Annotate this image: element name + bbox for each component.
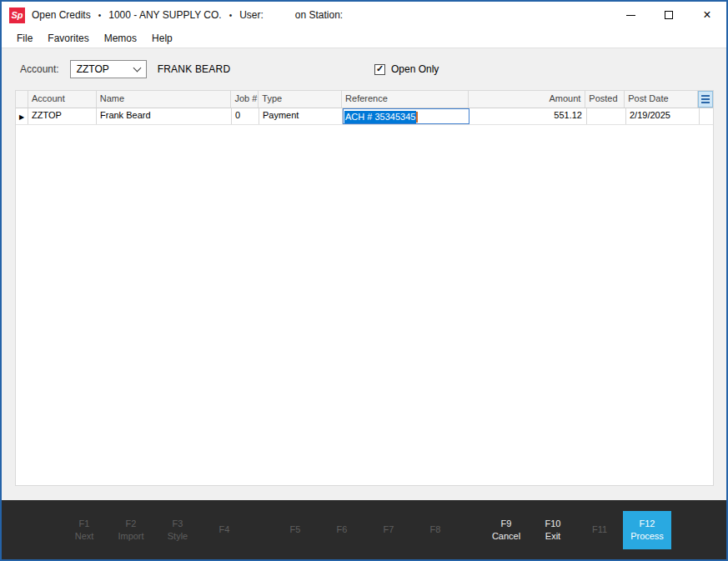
open-only-label: Open Only [391,63,439,75]
checkmark-icon: ✓ [376,64,384,73]
row-marker-icon: ▶ [19,114,24,121]
account-combobox-value: ZZTOP [77,63,134,75]
close-icon: × [703,8,710,22]
grid-menu-button[interactable] [698,91,713,108]
cell-name[interactable]: Frank Beard [97,108,232,124]
chevron-down-icon [133,63,141,72]
cell-type[interactable]: Payment [259,108,343,124]
maximize-icon [665,11,673,19]
title-bar: Sp Open Credits•1000 - ANY SUPPLY CO.•Us… [2,2,726,28]
grid-header-posted[interactable]: Posted [585,91,625,108]
fkey-f5: F5 [272,523,319,536]
cell-account[interactable]: ZZTOP [28,108,97,124]
title-user-label: User: [239,9,264,21]
window-title: Open Credits•1000 - ANY SUPPLY CO.•User:… [32,9,343,21]
row-selector-cell: ▶ [16,108,28,124]
text-caret [416,112,418,123]
fkey-f7: F7 [365,523,412,536]
grid-header-name[interactable]: Name [97,91,232,108]
grid-header-reference[interactable]: Reference [342,91,469,108]
title-separator-icon: • [98,11,102,20]
cell-job-number[interactable]: 0 [232,108,259,124]
menu-item-help[interactable]: Help [144,33,180,44]
minimize-icon [626,15,635,16]
menu-item-memos[interactable]: Memos [97,33,144,44]
cell-post-date[interactable]: 2/19/2025 [626,108,700,124]
grid-header-row: Account Name Job # Type Reference Amount… [16,91,713,108]
cell-posted[interactable] [587,108,626,124]
function-key-bar: F1Next F2Import F3Style F4 F5 F6 F7 F8 F… [2,500,726,559]
fkey-f10-exit-button[interactable]: F10Exit [530,518,576,543]
table-row[interactable]: ▶ ZZTOP Frank Beard 0 Payment ACH # 3534… [16,108,713,125]
close-button[interactable]: × [688,2,726,28]
fkey-f9-cancel-button[interactable]: F9Cancel [483,518,530,543]
fkey-f8: F8 [412,523,459,536]
account-name: FRANK BEARD [158,63,231,75]
app-logo-icon: Sp [9,8,25,23]
menu-item-favorites[interactable]: Favorites [40,33,96,44]
checkbox-icon: ✓ [374,64,385,75]
client-area: Account: ZZTOP FRANK BEARD ✓ Open Only A… [2,48,726,500]
menu-bar: File Favorites Memos Help [2,28,726,48]
title-company: 1000 - ANY SUPPLY CO. [108,9,221,21]
cell-reference-edit-field[interactable]: ACH # 35345345 [343,108,469,124]
fkey-f6: F6 [319,523,365,536]
fkey-f11: F11 [576,523,623,536]
account-combobox[interactable]: ZZTOP [70,60,147,78]
grid-header-account[interactable]: Account [28,91,97,108]
title-station-label: on Station: [295,9,343,21]
title-app-name: Open Credits [32,9,91,21]
grid-menu-icon [701,95,710,103]
minimize-button[interactable] [611,2,650,28]
open-only-checkbox[interactable]: ✓ Open Only [374,59,439,79]
grid-empty-area [16,125,713,485]
menu-item-file[interactable]: File [9,33,40,44]
account-panel: Account: ZZTOP FRANK BEARD ✓ Open Only [20,59,714,79]
fkey-f1-next: F1Next [61,518,108,543]
grid-header-selector [16,91,28,108]
grid-header-job-number[interactable]: Job # [231,91,259,108]
maximize-button[interactable] [650,2,688,28]
fkey-f4: F4 [201,523,248,536]
grid-header-amount[interactable]: Amount [469,91,586,108]
fkey-f2-import: F2Import [108,518,154,543]
fkey-f3-style: F3Style [154,518,201,543]
reference-selected-text: ACH # 35345345 [344,111,416,123]
grid-header-type[interactable]: Type [259,91,342,108]
grid-header-post-date[interactable]: Post Date [625,91,698,108]
fkey-f12-process-button[interactable]: F12Process [623,511,671,549]
app-window: Sp Open Credits•1000 - ANY SUPPLY CO.•Us… [0,0,728,561]
cell-amount[interactable]: 551.12 [469,108,587,124]
credits-grid: Account Name Job # Type Reference Amount… [15,90,714,486]
account-label: Account: [20,63,59,75]
window-controls: × [611,2,726,28]
title-separator-icon: • [229,11,233,20]
